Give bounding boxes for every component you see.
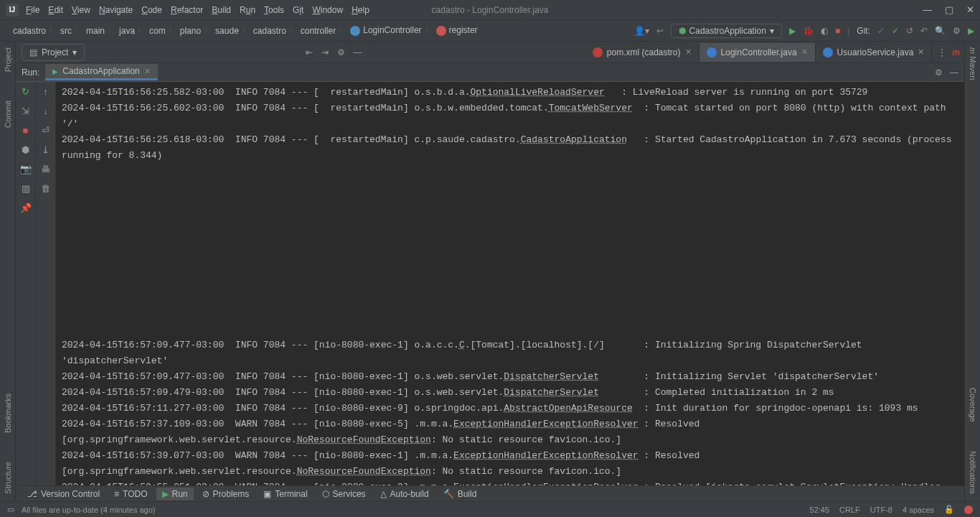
pin-button[interactable]: 📌	[20, 202, 32, 213]
editor-tab[interactable]: pom.xml (cadastro) ✕	[585, 43, 699, 62]
readonly-icon[interactable]: 🔓	[944, 505, 954, 514]
scroll-button[interactable]: ⤓	[42, 144, 50, 155]
menu-tools[interactable]: Tools	[264, 5, 284, 15]
editor-tab[interactable]: LoginController.java ✕	[699, 43, 816, 62]
run-config-selector[interactable]: ⬢ CadastroApplication ▾	[671, 24, 782, 38]
back-arrow-icon[interactable]: ↩	[656, 26, 664, 36]
crumb-class[interactable]: LoginController	[343, 24, 428, 37]
sidebar-structure[interactable]: Structure	[4, 462, 12, 494]
folder-icon: ▤	[29, 47, 37, 57]
git-rollback-icon[interactable]: ↶	[920, 26, 928, 36]
line-separator[interactable]: CRLF	[839, 506, 860, 514]
tab-close-icon[interactable]: ✕	[801, 47, 808, 57]
crumb[interactable]: cadastro	[6, 24, 53, 37]
rerun-button[interactable]: ↻	[22, 86, 29, 97]
tab-close-icon[interactable]: ✕	[918, 47, 924, 57]
user-icon[interactable]: 👤▾	[634, 26, 649, 36]
crumb[interactable]: com	[142, 24, 173, 37]
menu-run[interactable]: Run	[240, 5, 255, 15]
hide-icon[interactable]: —	[950, 67, 958, 78]
sidebar-commit[interactable]: Commit	[4, 101, 12, 128]
stop-button[interactable]: ■	[23, 125, 29, 136]
sidebar-notifications[interactable]: Notifications	[969, 451, 977, 494]
file-encoding[interactable]: UTF-8	[870, 506, 892, 514]
crumb[interactable]: plano	[173, 24, 208, 37]
maximize-button[interactable]: ▢	[945, 4, 953, 15]
menu-build[interactable]: Build	[212, 5, 231, 15]
collapse-icon[interactable]: ⇥	[321, 47, 329, 57]
minimize-button[interactable]: —	[923, 4, 932, 15]
crumb[interactable]: controller	[293, 24, 343, 37]
crumb[interactable]: cadastro	[246, 24, 293, 37]
sidebar-bookmarks[interactable]: Bookmarks	[4, 393, 12, 433]
tool-problems[interactable]: ⊘Problems	[197, 488, 255, 500]
run-tab[interactable]: ▶ CadastroApplication ✕	[45, 64, 157, 80]
crumb[interactable]: src	[53, 24, 79, 37]
tool-services[interactable]: ⬡Services	[316, 488, 372, 500]
crumb[interactable]: java	[112, 24, 142, 37]
indent-status[interactable]: 4 spaces	[903, 506, 934, 514]
crumb[interactable]: main	[79, 24, 112, 37]
search-icon[interactable]: 🔍	[935, 26, 946, 36]
expand-icon[interactable]: ⇤	[306, 47, 313, 57]
tool-autobuild[interactable]: △Auto-build	[374, 488, 435, 500]
menu-view[interactable]: View	[72, 5, 90, 15]
gear-icon[interactable]: ⚙	[337, 47, 345, 57]
menu-navigate[interactable]: Navigate	[99, 5, 133, 15]
git-update-icon[interactable]: ✓	[877, 26, 885, 36]
nav-bar: cadastro src main java com plano saude c…	[0, 20, 980, 42]
run-toolwindow-bar: Run: ▶ CadastroApplication ✕ ⚙ —	[16, 63, 964, 82]
services-icon: ⬡	[322, 489, 329, 499]
project-button[interactable]: ▤ Project ▾	[22, 44, 85, 61]
crumb-method[interactable]: register	[429, 24, 485, 37]
editor-tab[interactable]: UsuarioService.java ✕	[816, 43, 933, 62]
sidebar-coverage[interactable]: Coverage	[969, 388, 977, 422]
tool-version-control[interactable]: ⎇Version Control	[22, 488, 105, 500]
clear-button[interactable]: 🗑	[41, 183, 50, 194]
settings-icon[interactable]: ⚙	[953, 26, 961, 36]
sidebar-project[interactable]: Project	[4, 47, 12, 72]
tool-terminal[interactable]: ▣Terminal	[258, 488, 313, 500]
print-button[interactable]: 🖶	[41, 164, 50, 174]
menu-git[interactable]: Git	[293, 5, 303, 15]
coverage-button[interactable]: ◐	[821, 26, 828, 36]
bottom-toolbar: ⎇Version Control ≡TODO ▶Run ⊘Problems ▣T…	[16, 485, 964, 501]
run-button[interactable]: ▶	[789, 26, 796, 36]
menu-file[interactable]: File	[26, 5, 39, 15]
tool-todo[interactable]: ≡TODO	[108, 488, 153, 500]
close-button[interactable]: ✕	[966, 4, 974, 15]
tab-close-icon[interactable]: ✕	[685, 47, 692, 57]
config-button[interactable]: ⬢	[22, 144, 29, 155]
menu-window[interactable]: Window	[312, 5, 343, 15]
attach-button[interactable]: ⇲	[22, 106, 29, 116]
menu-code[interactable]: Code	[141, 5, 162, 15]
menu-edit[interactable]: Edit	[48, 5, 63, 15]
camera-button[interactable]: 📷	[20, 164, 32, 174]
method-icon	[436, 26, 446, 36]
tab-close-icon[interactable]: ✕	[144, 67, 151, 76]
play-icon: ▶	[52, 67, 58, 75]
cursor-position[interactable]: 52:45	[810, 506, 830, 514]
layout-button[interactable]: ▥	[22, 183, 30, 194]
hide-icon[interactable]: —	[354, 47, 362, 57]
stop-button[interactable]: ■	[835, 26, 840, 36]
sidebar-maven[interactable]: m Maven	[969, 47, 977, 80]
git-history-icon[interactable]: ↺	[906, 26, 913, 36]
debug-button[interactable]: 🐞	[803, 26, 814, 36]
tool-build[interactable]: 🔨Build	[438, 488, 483, 500]
crumb[interactable]: saude	[208, 24, 246, 37]
error-indicator-icon[interactable]	[964, 506, 973, 514]
event-log-icon[interactable]: ▭	[7, 505, 14, 514]
down-button[interactable]: ↓	[43, 106, 48, 116]
play-store-icon[interactable]: ▶	[968, 26, 974, 36]
tab-menu-icon[interactable]: ⋮	[938, 47, 946, 57]
gear-icon[interactable]: ⚙	[935, 67, 943, 78]
menu-help[interactable]: Help	[352, 5, 369, 15]
terminal-icon: ▣	[263, 489, 271, 499]
menu-refactor[interactable]: Refactor	[171, 5, 203, 15]
tool-run[interactable]: ▶Run	[156, 488, 194, 500]
wrap-button[interactable]: ⏎	[42, 125, 50, 136]
up-button[interactable]: ↑	[43, 86, 48, 97]
git-commit-icon[interactable]: ✓	[892, 26, 899, 36]
console-output[interactable]: 2024-04-15T16:56:25.582-03:00 INFO 7084 …	[56, 82, 964, 485]
